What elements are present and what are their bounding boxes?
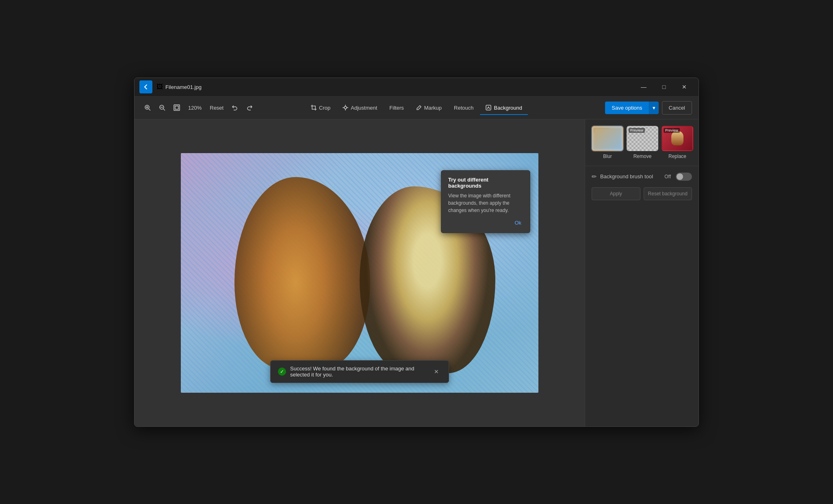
- image-container: Try out different backgrounds View the i…: [181, 153, 538, 393]
- title-bar: 🖼 Filename01.jpg — □ ✕: [134, 78, 699, 97]
- replace-thumbnail: Preview: [662, 126, 693, 151]
- filename: Filename01.jpg: [165, 84, 202, 90]
- zoom-level: 120%: [185, 103, 205, 112]
- dog-left: [234, 177, 370, 369]
- svg-line-1: [149, 109, 150, 110]
- file-icon: 🖼: [156, 83, 163, 91]
- apply-button[interactable]: Apply: [592, 187, 640, 200]
- app-window: 🖼 Filename01.jpg — □ ✕ 120% Reset: [134, 78, 699, 427]
- toast-close-button[interactable]: ✕: [432, 368, 441, 376]
- adjustment-tool-button[interactable]: Adjustment: [337, 102, 383, 114]
- success-toast: ✓ Success! We found the background of th…: [270, 360, 449, 383]
- replace-option[interactable]: Preview Replace: [662, 126, 693, 159]
- blur-label: Blur: [603, 154, 612, 159]
- minimize-button[interactable]: —: [634, 80, 653, 93]
- save-options-dropdown-button[interactable]: ▾: [649, 102, 659, 114]
- right-panel: Preview Blur Preview Remove Prev: [585, 119, 699, 426]
- retouch-tool-button[interactable]: Retouch: [448, 102, 479, 114]
- save-options-button[interactable]: Save options: [605, 102, 649, 114]
- svg-rect-14: [486, 105, 491, 110]
- reset-button[interactable]: Reset: [206, 102, 227, 113]
- background-options: Preview Blur Preview Remove Prev: [592, 126, 692, 159]
- brush-tool-row: ✏ Background brush tool Off: [592, 173, 692, 181]
- tooltip-text: View the image with different background…: [448, 192, 523, 214]
- maximize-button[interactable]: □: [655, 80, 673, 93]
- success-icon: ✓: [278, 368, 286, 376]
- remove-thumbnail: Preview: [627, 126, 658, 151]
- window-controls: — □ ✕: [634, 80, 694, 93]
- brush-tool-label: Background brush tool: [600, 173, 661, 180]
- toolbar: 120% Reset Crop Adjustment Filters: [134, 97, 699, 119]
- toolbar-center: Crop Adjustment Filters Markup Retouch B…: [305, 102, 528, 114]
- tooltip-title: Try out different backgrounds: [448, 177, 523, 189]
- filters-tool-button[interactable]: Filters: [384, 102, 409, 114]
- replace-label: Replace: [668, 154, 686, 159]
- canvas-area[interactable]: Try out different backgrounds View the i…: [134, 119, 585, 426]
- remove-option[interactable]: Preview Remove: [627, 126, 658, 159]
- svg-point-9: [344, 106, 347, 109]
- brush-icon: ✏: [592, 173, 597, 180]
- crop-tool-button[interactable]: Crop: [305, 102, 336, 114]
- reset-background-button[interactable]: Reset background: [644, 187, 692, 200]
- toggle-off-label: Off: [664, 174, 671, 180]
- close-button[interactable]: ✕: [675, 80, 694, 93]
- cancel-button[interactable]: Cancel: [662, 101, 692, 115]
- background-tool-button[interactable]: Background: [480, 102, 528, 114]
- main-area: Try out different backgrounds View the i…: [134, 119, 699, 426]
- panel-divider: [585, 166, 699, 166]
- tooltip-ok-button[interactable]: Ok: [513, 219, 523, 227]
- back-button[interactable]: [139, 80, 152, 93]
- background-tooltip: Try out different backgrounds View the i…: [441, 170, 530, 233]
- svg-line-5: [163, 109, 165, 110]
- redo-button[interactable]: [243, 102, 256, 113]
- zoom-out-button[interactable]: [156, 102, 169, 113]
- zoom-in-button[interactable]: [141, 102, 154, 113]
- svg-rect-7: [174, 105, 180, 110]
- blur-option[interactable]: Preview Blur: [592, 126, 623, 159]
- remove-preview-label: Preview: [629, 128, 645, 133]
- brush-tool-toggle[interactable]: [676, 173, 692, 181]
- toolbar-right: Save options ▾ Cancel: [605, 101, 692, 115]
- blur-thumbnail: Preview: [592, 126, 623, 151]
- svg-rect-8: [175, 106, 178, 109]
- markup-tool-button[interactable]: Markup: [410, 102, 447, 114]
- panel-actions: Apply Reset background: [592, 187, 692, 200]
- toolbar-left: 120% Reset: [141, 102, 256, 113]
- replace-preview-label: Preview: [664, 128, 680, 133]
- fit-button[interactable]: [170, 102, 183, 113]
- toast-message: Success! We found the background of the …: [290, 366, 427, 378]
- undo-button[interactable]: [228, 102, 241, 113]
- remove-label: Remove: [633, 154, 652, 159]
